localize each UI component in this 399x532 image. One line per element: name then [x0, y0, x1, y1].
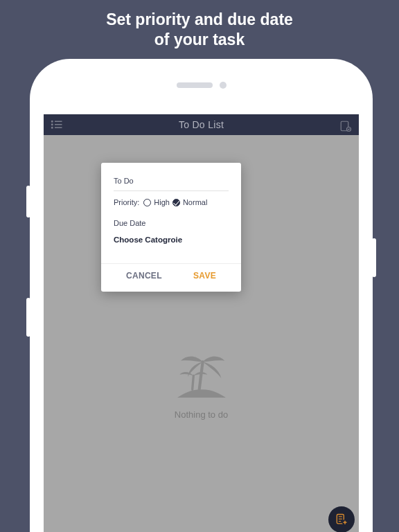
main-content: Nothing to do To Do Priority: High Norma… [44, 135, 359, 532]
promo-line1: Set priority and due date [0, 10, 399, 30]
add-note-icon [335, 513, 348, 526]
empty-state-text: Nothing to do [175, 409, 228, 420]
menu-list-icon[interactable] [51, 120, 63, 130]
app-bar-title: To Do List [63, 119, 339, 130]
svg-point-4 [52, 127, 53, 129]
priority-normal-radio[interactable] [172, 199, 180, 206]
add-task-fab[interactable] [328, 506, 355, 532]
dialog-divider [101, 263, 241, 264]
todo-title-field[interactable]: To Do [114, 177, 229, 191]
priority-row: Priority: High Normal [114, 198, 229, 206]
priority-high-radio[interactable] [143, 199, 151, 206]
settings-icon[interactable] [339, 120, 352, 130]
island-icon [167, 343, 236, 404]
svg-point-0 [52, 121, 53, 123]
save-button[interactable]: SAVE [193, 271, 216, 281]
choose-category-field[interactable]: Choose Catogroie [114, 236, 229, 244]
speaker-icon [177, 82, 213, 88]
new-task-dialog: To Do Priority: High Normal Due Date Cho… [101, 163, 241, 292]
device-frame: To Do List [30, 59, 373, 532]
cancel-button[interactable]: CANCEL [126, 271, 162, 281]
app-screen: To Do List [44, 114, 359, 532]
svg-point-2 [52, 124, 53, 125]
priority-label: Priority: [114, 198, 139, 206]
priority-normal-label: Normal [183, 198, 207, 206]
promo-headline: Set priority and due date of your task [0, 0, 399, 50]
promo-line2: of your task [0, 30, 399, 50]
priority-high-label: High [154, 198, 170, 206]
empty-state: Nothing to do [44, 343, 359, 420]
app-bar: To Do List [44, 114, 359, 135]
device-earpiece [30, 82, 373, 89]
due-date-field[interactable]: Due Date [114, 219, 229, 227]
dialog-actions: CANCEL SAVE [114, 271, 229, 283]
camera-icon [220, 82, 227, 89]
